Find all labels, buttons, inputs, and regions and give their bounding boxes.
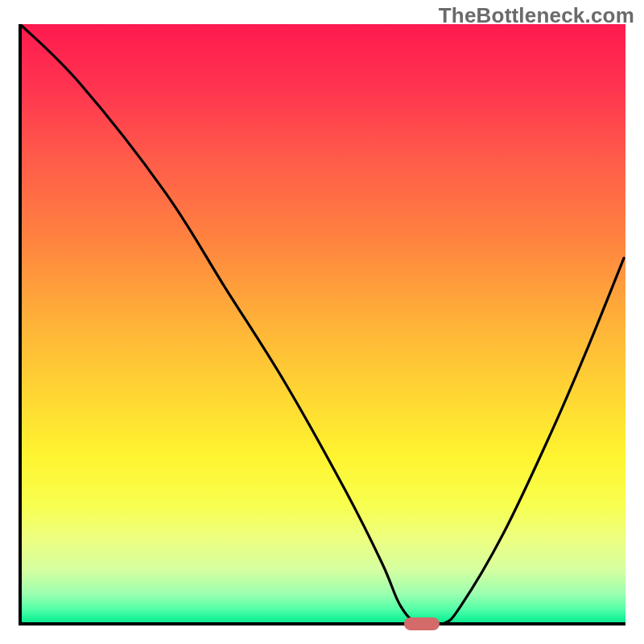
optimum-marker: [404, 617, 440, 630]
gradient-fill: [20, 24, 625, 624]
bottleneck-plot: [19, 24, 625, 625]
chart-frame: TheBottleneck.com: [0, 0, 644, 644]
